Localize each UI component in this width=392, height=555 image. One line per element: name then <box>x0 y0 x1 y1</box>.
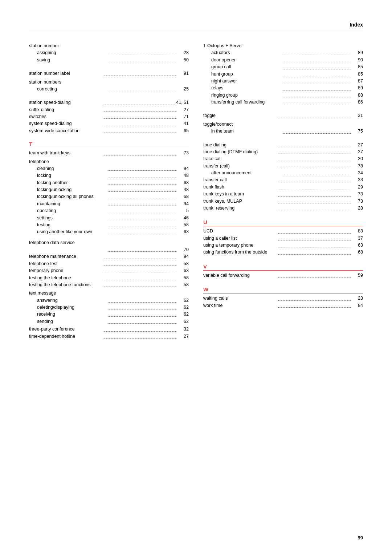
entry-label: trunk keys, MULAP <box>203 198 277 205</box>
list-item: tone dialing 27 <box>203 142 363 149</box>
entry-label: suffix-dialing <box>29 106 102 113</box>
list-item: operating 5 <box>29 207 189 214</box>
list-item: cleaning 94 <box>29 165 189 172</box>
page-num: 62 <box>179 318 189 325</box>
entry-label: transfer call <box>203 177 277 183</box>
list-item: station number label 91 <box>29 70 189 77</box>
page-num: 88 <box>353 92 363 99</box>
page-num: 83 <box>353 228 363 235</box>
dots <box>278 177 351 182</box>
dots <box>108 318 177 324</box>
entry-label: toggle/connect <box>203 121 363 128</box>
dots <box>278 249 351 254</box>
left-column: station number assigning 28 saving 50 st… <box>29 41 189 347</box>
entry-label: telephone <box>29 158 189 165</box>
page-num: 28 <box>353 205 363 212</box>
list-item: transferring call forwarding 86 <box>203 99 363 106</box>
list-item: group call 85 <box>203 64 363 70</box>
page-num: 63 <box>179 267 189 274</box>
list-item: locking 48 <box>29 172 189 179</box>
entry-label: group call <box>211 64 281 70</box>
list-item: door opener 90 <box>203 57 363 64</box>
entry-label: tone dialing (DTMF dialing) <box>203 149 277 155</box>
dots <box>108 200 177 206</box>
page-num: 37 <box>353 235 363 242</box>
page-num: 29 <box>353 184 363 191</box>
entry-label: night answer <box>211 78 281 85</box>
dots <box>108 172 177 178</box>
dots <box>108 207 177 213</box>
dots <box>108 246 177 252</box>
content-columns: station number assigning 28 saving 50 st… <box>29 41 363 347</box>
page-num: 73 <box>353 191 363 198</box>
section-station-number: station number assigning 28 saving 50 <box>29 42 189 64</box>
list-item: tone dialing (DTMF dialing) 27 <box>203 149 363 155</box>
page-num: 75 <box>353 128 363 135</box>
entry-label: T-Octopus F Server <box>203 42 363 49</box>
page-number: 99 <box>358 535 363 540</box>
entry-label: station number label <box>29 70 102 77</box>
dots <box>282 128 351 133</box>
entry-label: testing the telephone <box>29 275 102 281</box>
page-num: 33 <box>353 177 363 183</box>
page-num: 91 <box>179 70 189 77</box>
list-item: text message <box>29 290 189 297</box>
dots <box>104 127 177 133</box>
list-item: telephone maintenance 94 <box>29 253 189 260</box>
entry-label: using a caller list <box>203 235 277 242</box>
page-num: 73 <box>179 150 189 157</box>
entry-label: station numbers <box>29 79 189 86</box>
entry-label: operating <box>37 207 106 214</box>
page-num: 85 <box>353 64 363 70</box>
dots <box>282 170 351 175</box>
entry-label: telephone test <box>29 260 102 267</box>
entry-label: maintaining <box>37 200 106 207</box>
entry-label: locking <box>37 172 106 179</box>
entry-label: using functions from the outside <box>203 249 277 256</box>
dots <box>278 184 351 189</box>
entry-label: text message <box>29 290 189 297</box>
page-num: 41 <box>179 120 189 127</box>
entry-label: work time <box>203 302 277 309</box>
list-item: suffix-dialing 27 <box>29 106 189 113</box>
list-item: correcting 25 <box>29 86 189 93</box>
list-item: sending 62 <box>29 318 189 325</box>
entry-label: after announcement <box>211 170 281 177</box>
list-item: saving 50 <box>29 57 189 64</box>
entry-label: three-party conference <box>29 326 102 333</box>
page-num: 27 <box>353 142 363 149</box>
page-num: 73 <box>353 198 363 205</box>
page-num: 59 <box>353 272 363 279</box>
page-num: 86 <box>353 99 363 106</box>
entry-label: sending <box>37 318 106 325</box>
list-item: switches 71 <box>29 113 189 120</box>
page: Index station number assigning 28 saving… <box>0 0 392 555</box>
list-item: T-Octopus F Server <box>203 42 363 49</box>
dots <box>104 275 177 280</box>
entry-label: trace call <box>203 155 277 162</box>
dots <box>282 85 351 90</box>
page-num: 85 <box>353 71 363 78</box>
page-num: 32 <box>179 326 189 333</box>
entry-label: receiving <box>37 311 106 318</box>
entry-label: answering <box>37 297 106 304</box>
page-num: 94 <box>179 253 189 260</box>
section-toggle-connect: toggle/connect in the team 75 <box>203 121 363 135</box>
dots <box>108 215 177 220</box>
dots <box>278 272 351 278</box>
section-letter-W: W <box>203 286 363 293</box>
page-num: 27 <box>179 106 189 113</box>
entry-label: saving <box>37 57 106 64</box>
list-item: testing the telephone functions 58 <box>29 281 189 288</box>
page-num: 23 <box>353 295 363 302</box>
page-num: 68 <box>353 249 363 256</box>
dots <box>108 304 177 309</box>
dots <box>108 186 177 192</box>
list-item: system-wide cancellation 65 <box>29 127 189 134</box>
list-item: locking/unlocking all phones 68 <box>29 193 189 200</box>
page-num: 41, 51 <box>176 99 189 106</box>
list-item: answering 62 <box>29 297 189 304</box>
dots <box>108 165 177 171</box>
entry-label: telephone maintenance <box>29 253 102 260</box>
list-item: telephone data service <box>29 239 189 246</box>
